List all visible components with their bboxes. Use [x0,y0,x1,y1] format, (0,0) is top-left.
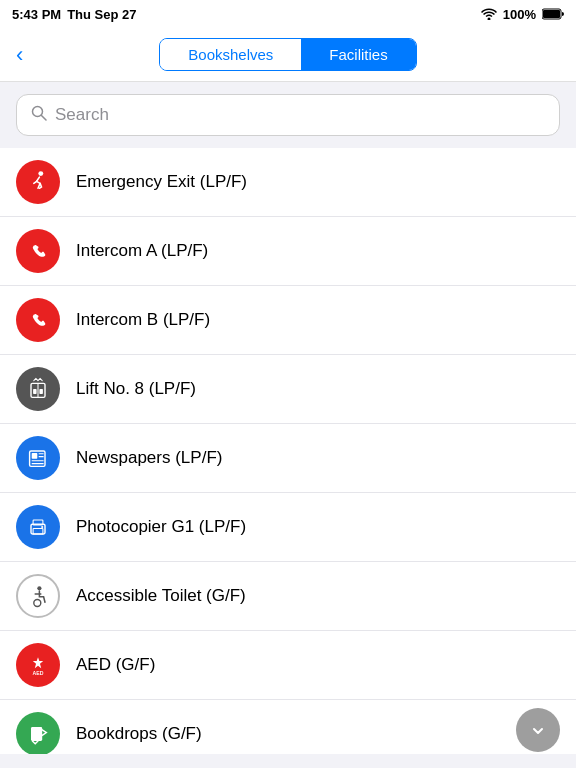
wifi-icon [481,8,497,20]
fab-button[interactable] [516,708,560,752]
item-label-1: Emergency Exit (LP/F) [76,171,247,193]
bookdrop-icon [16,712,60,754]
tab-facilities[interactable]: Facilities [301,39,415,70]
svg-rect-1 [543,10,560,18]
svg-point-18 [41,526,43,528]
aed-icon: AED [16,643,60,687]
svg-line-3 [42,116,47,121]
list-item[interactable]: Bookdrops (G/F) [0,700,576,754]
list-item[interactable]: Photocopier G1 (LP/F) [0,493,576,562]
status-bar: 5:43 PM Thu Sep 27 100% [0,0,576,28]
search-bar[interactable]: Search [16,94,560,136]
svg-point-20 [34,600,41,607]
svg-rect-22 [31,727,42,741]
svg-text:AED: AED [33,670,44,676]
svg-rect-16 [33,528,43,534]
item-label-2: Intercom A (LP/F) [76,240,208,262]
svg-point-4 [38,171,43,176]
facilities-list: Emergency Exit (LP/F) Intercom A (LP/F) … [0,148,576,754]
running-icon [16,160,60,204]
newspaper-icon [16,436,60,480]
list-item[interactable]: Accessible Toilet (G/F) [0,562,576,631]
item-label-3: Intercom B (LP/F) [76,309,210,331]
tab-group: Bookshelves Facilities [159,38,416,71]
header: ‹ Bookshelves Facilities [0,28,576,82]
list-item[interactable]: Newspapers (LP/F) [0,424,576,493]
phone-icon [16,229,60,273]
item-label-6: Photocopier G1 (LP/F) [76,516,246,538]
search-container: Search [0,82,576,148]
list-item[interactable]: Lift No. 8 (LP/F) [0,355,576,424]
svg-rect-7 [33,389,37,394]
item-label-5: Newspapers (LP/F) [76,447,222,469]
battery-icon [542,8,564,20]
list-item[interactable]: Intercom A (LP/F) [0,217,576,286]
phone-icon [16,298,60,342]
item-label-7: Accessible Toilet (G/F) [76,585,246,607]
wheelchair-icon [16,574,60,618]
list-item[interactable]: Intercom B (LP/F) [0,286,576,355]
lift-icon [16,367,60,411]
item-label-9: Bookdrops (G/F) [76,723,202,745]
list-item[interactable]: Emergency Exit (LP/F) [0,148,576,217]
status-battery: 100% [503,7,536,22]
list-item[interactable]: AED AED (G/F) [0,631,576,700]
printer-icon [16,505,60,549]
status-date: Thu Sep 27 [67,7,136,22]
main-area: ‹ Bookshelves Facilities Search [0,28,576,768]
svg-rect-8 [39,389,43,394]
status-time: 5:43 PM [12,7,61,22]
item-label-4: Lift No. 8 (LP/F) [76,378,196,400]
tab-bookshelves[interactable]: Bookshelves [160,39,301,70]
back-button[interactable]: ‹ [16,44,23,66]
svg-point-19 [37,586,41,590]
svg-rect-10 [32,453,38,459]
item-label-8: AED (G/F) [76,654,155,676]
search-placeholder: Search [55,105,109,125]
search-icon [31,105,47,125]
